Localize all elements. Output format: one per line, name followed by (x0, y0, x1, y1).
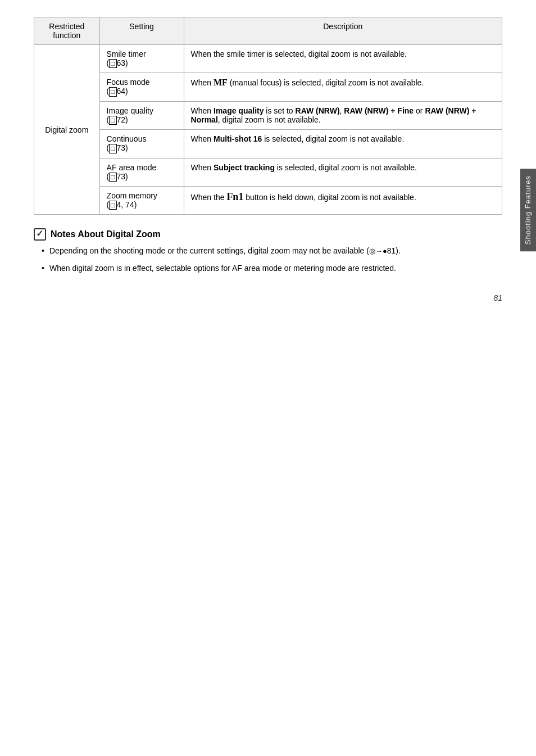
desc-focus-mode: When MF (manual focus) is selected, digi… (184, 73, 502, 101)
page-ref-icon: □ (109, 87, 116, 96)
table-row: Digital zoom Smile timer (□63) When the … (34, 45, 502, 73)
page-ref-icon: □ (109, 59, 116, 68)
desc-image-quality: When Image quality is set to RAW (NRW), … (184, 101, 502, 129)
sidebar-shooting-features: Shooting Features (520, 169, 536, 251)
desc-smile-timer: When the smile timer is selected, digita… (184, 45, 502, 73)
desc-zoom-memory: When the Fn1 button is held down, digita… (184, 186, 502, 214)
bold-image-quality: Image quality (214, 106, 264, 115)
setting-image-quality: Image quality (□72) (99, 101, 184, 129)
page-ref-icon: □ (109, 201, 116, 210)
page-ref-icon: □ (109, 116, 116, 125)
table-row: Focus mode (□64) When MF (manual focus) … (34, 73, 502, 101)
notes-header: Notes About Digital Zoom (34, 228, 502, 241)
bold-raw-nrw-fine: RAW (NRW) + Fine (344, 106, 414, 115)
page-ref-icon: □ (109, 144, 116, 153)
table-row: Continuous (□73) When Multi-shot 16 is s… (34, 130, 502, 158)
notes-title: Notes About Digital Zoom (51, 229, 161, 239)
header-restricted-function: Restricted function (34, 17, 100, 45)
restrictions-table: Restricted function Setting Description … (34, 17, 502, 215)
desc-af-area-mode: When Subject tracking is selected, digit… (184, 158, 502, 186)
page-ref-icon: □ (109, 173, 116, 182)
table-row: AF area mode (□73) When Subject tracking… (34, 158, 502, 186)
bold-raw-nrw: RAW (NRW) (296, 106, 340, 115)
setting-zoom-memory: Zoom memory (□4, 74) (99, 186, 184, 214)
page-container: Restricted function Setting Description … (0, 0, 536, 314)
setting-af-area-mode: AF area mode (□73) (99, 158, 184, 186)
setting-focus-mode: Focus mode (□64) (99, 73, 184, 101)
notes-list: Depending on the shooting mode or the cu… (39, 245, 502, 274)
desc-continuous: When Multi-shot 16 is selected, digital … (184, 130, 502, 158)
notes-item-2: When digital zoom is in effect, selectab… (39, 262, 502, 274)
header-setting: Setting (99, 17, 184, 45)
table-row: Zoom memory (□4, 74) When the Fn1 button… (34, 186, 502, 214)
page-number: 81 (493, 293, 502, 302)
notes-section: Notes About Digital Zoom Depending on th… (34, 228, 502, 274)
fn1-label: Fn1 (226, 191, 243, 202)
mf-label: MF (214, 78, 228, 87)
table-row: Image quality (□72) When Image quality i… (34, 101, 502, 129)
restricted-function-label: Digital zoom (34, 45, 100, 215)
check-icon (34, 228, 46, 241)
notes-item-1: Depending on the shooting mode or the cu… (39, 245, 502, 257)
bold-subject-tracking: Subject tracking (214, 163, 275, 172)
setting-smile-timer: Smile timer (□63) (99, 45, 184, 73)
bold-multishot: Multi-shot 16 (214, 134, 262, 143)
symbol-ref: ◎→● (369, 247, 387, 255)
header-description: Description (184, 17, 502, 45)
setting-continuous: Continuous (□73) (99, 130, 184, 158)
